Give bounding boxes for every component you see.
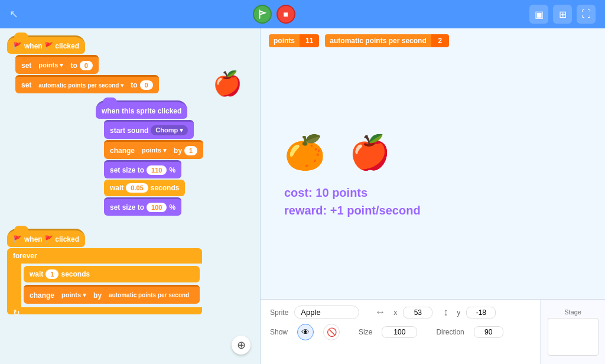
points-var-value: 11 [300,34,319,47]
toolbar: ↖ ■ ▣ ⊞ ⛶ [0,0,605,28]
zero-value2: 0 [140,80,153,90]
to-label: to [70,61,77,70]
script-group-2: when this sprite clicked start sound Cho… [96,100,253,217]
change-points2-block[interactable]: change points ▾ by automatic points per … [24,285,200,304]
show-visible-button[interactable]: 👁 [297,324,314,340]
y-label: y [457,308,460,317]
toolbar-right: ▣ ⊞ ⛶ [529,5,596,24]
toolbar-center: ■ [253,5,295,24]
stop-icon: ■ [283,9,288,19]
fullscreen-button[interactable]: ⛶ [577,5,596,24]
seconds-label: seconds [151,184,180,192]
size-label: Size [359,328,372,336]
sprite-click-label: when this sprite clicked [102,107,181,115]
set-auto-label: set [21,81,31,89]
points-display: points 11 [269,34,319,47]
forever-mouth: wait 1 seconds change points ▾ by automa… [17,264,202,307]
sprite-name-row: Sprite ↔ x ↕ y [270,306,531,319]
direction-label: Direction [436,328,464,336]
start-sound-block[interactable]: start sound Chomp ▾ [104,120,194,139]
flag-event-icon: 🚩 [13,42,22,50]
sprite-label: Sprite [270,308,288,317]
x-arrow-icon: ↔ [375,306,385,318]
seconds2-label: seconds [61,270,90,278]
auto-points-var-label: automatic points per second [325,34,431,47]
zoom-button[interactable]: ⊕ [232,336,251,355]
when-sprite-clicked-block[interactable]: when this sprite clicked [96,100,187,119]
auto-points-dropdown[interactable]: automatic points per second ▾ [34,81,128,90]
zoom-icon: ⊕ [237,339,246,352]
set-label: set [21,61,31,70]
show-label: Show [270,328,288,336]
stage-panel: points 11 automatic points per second 2 … [260,28,605,364]
wait2-block[interactable]: wait 1 seconds [24,266,200,282]
points2-dropdown[interactable]: points ▾ [57,290,91,300]
sprite-area: 🍊 🍎 cost: 10 points reward: +1 point/sec… [284,133,421,219]
wait-label: wait [110,184,123,192]
to-label2: to [131,81,137,89]
one-value: 1 [184,146,197,155]
forever-label: forever [7,248,202,264]
x-input[interactable] [403,307,432,318]
wait2-label: wait [30,270,43,278]
set-size2-label: set size to [110,203,144,212]
apple-sprite[interactable]: 🍎 [349,133,391,172]
when-flag-clicked2-block[interactable]: 🚩 when 🚩 clicked [7,229,85,247]
size-100-value: 100 [147,203,167,212]
sprite-name-input[interactable] [294,306,359,319]
set-auto-points-block[interactable]: set automatic points per second ▾ to 0 [15,75,159,93]
auto-points-display: automatic points per second 2 [325,34,448,47]
wait2-value: 1 [45,269,58,279]
change-label: change [110,147,135,155]
points-var2-dropdown[interactable]: points ▾ [137,145,171,155]
stage-preview [548,318,599,356]
change-points-block[interactable]: change points ▾ by 1 [104,140,203,159]
show-hidden-button[interactable]: 🚫 [323,324,340,340]
stage-button[interactable]: ⊞ [553,5,572,24]
sprite-info-panel: Sprite ↔ x ↕ y Show 👁 🚫 Size Direction [261,299,605,364]
flag-icon [257,9,268,20]
change2-label: change [30,291,54,300]
toolbar-left: ↖ [9,8,18,21]
stage-thumbnail: Stage [540,300,605,364]
y-arrow-icon: ↕ [443,306,448,318]
script-group-1: 🚩 when 🚩 clicked set points ▾ to 0 set a… [7,35,253,95]
size-input[interactable] [382,326,417,338]
set-size-label: set size to [110,166,144,174]
script-group-3: 🚩 when 🚩 clicked forever wait 1 seconds … [7,229,253,314]
wait-value: 0.05 [126,183,148,193]
forever-arrow: ↻ [7,308,20,317]
set-size-100-block[interactable]: set size to 100 % [104,197,181,216]
main-area: 🍎 🚩 when 🚩 clicked set points ▾ to 0 set… [0,28,605,364]
flag2-icon: 🚩 [13,235,22,243]
sound-dropdown[interactable]: Chomp ▾ [151,125,188,135]
layout-button[interactable]: ▣ [529,5,548,24]
by-label: by [174,147,182,155]
stop-button[interactable]: ■ [277,5,295,24]
stage-canvas: 🍊 🍎 cost: 10 points reward: +1 point/sec… [261,53,605,299]
cost-text: cost: 10 points [284,184,421,202]
orange-sprite[interactable]: 🍊 [284,133,326,172]
green-flag-button[interactable] [253,5,272,24]
start-sound-label: start sound [110,126,148,135]
set-points-block[interactable]: set points ▾ to 0 [15,55,99,74]
when-flag-clicked-block[interactable]: 🚩 when 🚩 clicked [7,35,85,54]
when-flag2-label: when 🚩 clicked [24,235,79,243]
size-110-value: 110 [147,165,167,175]
y-input[interactable] [466,307,496,318]
points-var-label: points [269,34,300,47]
stage-variables: points 11 automatic points per second 2 [261,28,605,53]
points-dropdown[interactable]: points ▾ [34,60,68,70]
auto-val-dropdown[interactable]: automatic points per second [104,291,194,300]
sprite-details: Sprite ↔ x ↕ y Show 👁 🚫 Size Direction [261,300,540,364]
percent-label: % [169,166,175,174]
percent2-label: % [169,203,175,212]
cursor-icon: ↖ [9,8,18,21]
direction-input[interactable] [474,326,503,338]
auto-points-var-value: 2 [431,34,449,47]
forever-block[interactable]: forever wait 1 seconds change points ▾ b… [7,248,202,314]
sprite-options-row: Show 👁 🚫 Size Direction [270,324,531,340]
code-panel: 🍎 🚩 when 🚩 clicked set points ▾ to 0 set… [0,28,260,364]
wait-block[interactable]: wait 0.05 seconds [104,180,185,196]
set-size-110-block[interactable]: set size to 110 % [104,160,181,178]
